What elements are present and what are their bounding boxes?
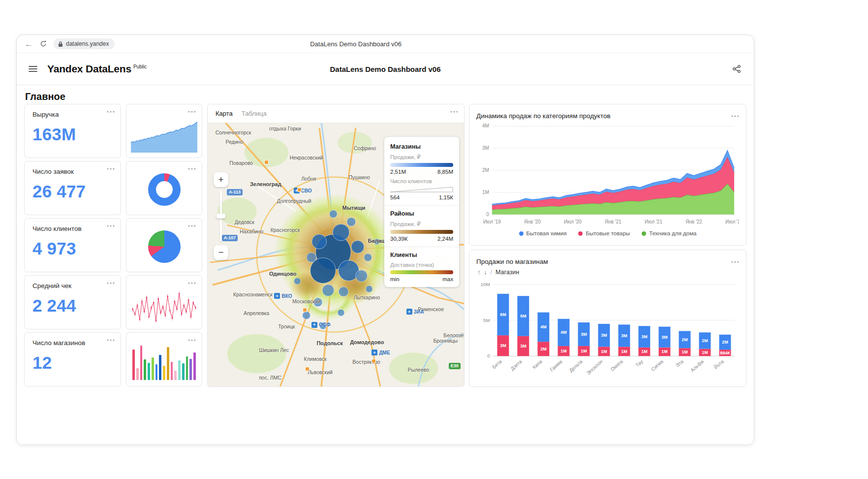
svg-text:1М: 1М	[560, 349, 566, 353]
tab-table[interactable]: Таблица	[242, 110, 267, 117]
divider	[384, 205, 459, 206]
kpi-value: 26 477	[32, 182, 113, 201]
svg-text:894К: 894К	[720, 351, 730, 355]
sort-field-label[interactable]: Магазин	[496, 269, 519, 276]
widget-menu-icon[interactable]	[188, 110, 196, 113]
legend-item[interactable]: Техника для дома	[642, 230, 696, 236]
kpi-value: 4 973	[32, 239, 113, 258]
svg-text:3М: 3М	[641, 334, 647, 339]
map-town-label: Московский	[292, 298, 321, 304]
svg-text:1М: 1М	[682, 350, 687, 354]
legend-min: 30,39К	[390, 236, 407, 242]
mini-bar	[171, 362, 173, 380]
widget-menu-icon[interactable]	[107, 282, 115, 284]
kpi-card-revenue: Выручка 163М	[24, 104, 121, 158]
app-logo[interactable]: Yandex DataLens Public	[47, 63, 147, 75]
mini-bar	[193, 352, 196, 380]
sparkline-card-revenue	[126, 104, 202, 158]
sort-asc-icon[interactable]: ↑	[477, 269, 480, 276]
map-canvas[interactable]: Солнечногорскотдыха ГоркиРединоПоваровоН…	[208, 123, 464, 386]
svg-text:1М: 1М	[601, 349, 607, 354]
map-town-label: Одинцово	[269, 271, 297, 277]
svg-text:1М: 1М	[641, 350, 647, 354]
widget-menu-icon[interactable]	[107, 339, 115, 341]
map-town-label: Нахабино	[240, 228, 263, 234]
stores-minibar-chart	[132, 341, 196, 380]
pie-card-clients	[126, 218, 202, 272]
svg-text:Сигма: Сигма	[650, 358, 664, 372]
reload-button[interactable]	[40, 40, 47, 47]
menu-icon[interactable]	[29, 65, 37, 72]
kpi-value: 163М	[32, 125, 113, 144]
map-town-label: Троицк	[278, 323, 295, 329]
line-card-avg-check	[126, 275, 202, 329]
widget-menu-icon[interactable]	[107, 110, 115, 113]
widget-menu-icon[interactable]	[107, 224, 115, 227]
widget-menu-icon[interactable]	[731, 260, 739, 263]
address-bar[interactable]: datalens.yandex	[54, 38, 115, 49]
widget-menu-icon[interactable]	[188, 167, 196, 170]
tab-map[interactable]: Карта	[216, 110, 233, 117]
back-button[interactable]: ←	[25, 40, 33, 48]
chart-legend: Бытовая химияБытовые товарыТехника для д…	[476, 227, 739, 239]
map-town-label: Рылеево	[407, 367, 429, 373]
mini-bar	[174, 371, 177, 380]
svg-text:3М: 3М	[621, 333, 627, 338]
sort-desc-icon[interactable]: ↓	[484, 269, 487, 276]
legend-label: Бытовые товары	[586, 230, 630, 236]
mini-bar	[186, 356, 188, 380]
widget-menu-icon[interactable]	[450, 110, 458, 113]
legend-metric-label: Продажи, ₽	[390, 221, 453, 227]
mini-bar	[140, 346, 143, 380]
svg-text:2M: 2M	[482, 167, 489, 173]
rail-station-icon	[305, 367, 310, 371]
app-header: Yandex DataLens Public DataLens Demo Das…	[17, 53, 754, 85]
zoom-slider-handle[interactable]	[217, 214, 225, 219]
kpi-card-clients: Число клиентов 4 973	[24, 218, 121, 272]
map-town-label: Долгопрудный	[277, 198, 311, 204]
share-icon[interactable]	[732, 64, 741, 73]
map-town-label: Белоозёрский	[443, 332, 464, 338]
rail-station-icon	[372, 359, 376, 363]
zoom-slider[interactable]	[220, 191, 222, 242]
legend-metric-label: Число клиентов	[390, 178, 453, 184]
map-town-label: Зеленоград	[250, 181, 281, 187]
svg-text:4М: 4М	[540, 324, 546, 329]
widget-menu-icon[interactable]	[731, 115, 739, 117]
airport-code: ВКО	[281, 293, 292, 299]
clients-pie-chart	[148, 230, 181, 263]
divider	[384, 247, 459, 247]
zoom-in-button[interactable]: +	[214, 172, 228, 187]
svg-text:Альфа: Альфа	[689, 358, 705, 373]
map-town-label: Редино	[225, 139, 243, 145]
widget-menu-icon[interactable]	[188, 282, 196, 284]
reload-icon	[40, 40, 47, 47]
revenue-sparkline-chart	[131, 119, 197, 153]
separator: /	[491, 269, 492, 276]
svg-text:Бета: Бета	[491, 358, 503, 370]
logo-text: Yandex DataLens	[47, 63, 131, 75]
tab-main[interactable]: Главное	[25, 91, 65, 102]
svg-text:Эпсилон: Эпсилон	[586, 358, 604, 376]
kpi-label: Средний чек	[32, 282, 113, 289]
widget-menu-icon[interactable]	[188, 224, 196, 227]
svg-text:Эта: Эта	[675, 358, 684, 368]
svg-text:3М: 3М	[520, 344, 526, 349]
mini-bar	[178, 360, 181, 380]
legend-item[interactable]: Бытовая химия	[519, 230, 567, 236]
airport-marker: ✈ВКО	[274, 293, 292, 299]
zoom-out-button[interactable]: −	[214, 245, 228, 260]
kpi-card-stores: Число магазинов 12	[24, 332, 121, 386]
map-town-label: пос. ЛМС	[259, 375, 281, 381]
svg-text:0: 0	[486, 211, 489, 217]
map-town-label: отдыха Горки	[269, 126, 301, 131]
airport-code: ОСФ	[319, 322, 331, 327]
svg-text:Дельта: Дельта	[568, 358, 584, 373]
airport-code: СВО	[301, 188, 312, 193]
legend-item[interactable]: Бытовые товары	[578, 230, 630, 236]
airport-marker: ✈ДМЕ	[372, 350, 390, 355]
widget-menu-icon[interactable]	[107, 167, 115, 170]
svg-text:0: 0	[487, 353, 490, 358]
map-town-label: Солнечногорск	[216, 129, 251, 135]
svg-text:6М: 6М	[500, 312, 506, 317]
